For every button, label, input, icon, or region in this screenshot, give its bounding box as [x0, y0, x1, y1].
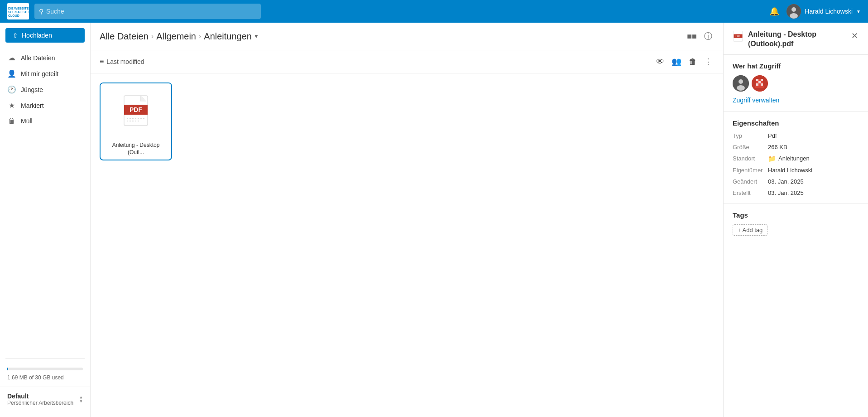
sort-icon: ≡	[100, 58, 104, 66]
prop-label-standort: Standort	[733, 155, 764, 162]
file-card-name: Anleitung - Desktop (Outl...	[101, 138, 171, 160]
prop-row-typ: Typ Pdf	[733, 132, 859, 139]
search-bar[interactable]: ⚲	[34, 4, 261, 19]
access-user-1-icon	[733, 75, 749, 92]
info-button[interactable]: ⓘ	[702, 29, 714, 44]
prop-value-groesse: 266 KB	[768, 144, 787, 150]
user-menu[interactable]: Harald Lichowski ▼	[786, 4, 861, 19]
svg-rect-28	[761, 83, 763, 86]
workspace-header[interactable]: Default Persönlicher Arbeitsbereich ▲ ▼	[7, 393, 83, 406]
folder-icon: 📁	[768, 155, 776, 162]
svg-rect-27	[758, 83, 761, 86]
breadcrumb-separator-1: ›	[151, 32, 153, 40]
panel-header: PDF Anleitung - Desktop (Outlook).pdf ✕	[724, 23, 868, 55]
svg-text:PDF: PDF	[736, 34, 741, 37]
eye-button[interactable]: 👁	[654, 55, 666, 68]
search-icon: ⚲	[39, 8, 43, 15]
workspace-sub: Persönlicher Arbeitsbereich	[7, 400, 73, 406]
sidebar-item-all-files[interactable]: ☁ Alle Dateien	[0, 50, 90, 66]
svg-rect-21	[758, 79, 761, 81]
person-icon: 👤	[7, 69, 16, 78]
panel-pdf-icon: PDF	[733, 31, 743, 44]
prop-value-eigentuemer: Harald Lichowski	[768, 167, 812, 174]
panel-properties-title: Eigenschaften	[733, 119, 859, 127]
pdf-icon-wrap: PDF	[122, 95, 149, 126]
access-avatar-2	[752, 75, 768, 92]
svg-text:PDF: PDF	[129, 106, 142, 113]
prop-label-geaendert: Geändert	[733, 178, 764, 185]
svg-rect-29	[755, 86, 764, 88]
eye-icon: 👁	[656, 57, 664, 66]
user-avatar-icon	[786, 4, 801, 19]
sidebar-item-recent[interactable]: 🕐 Jüngste	[0, 82, 90, 97]
panel-title-area: PDF Anleitung - Desktop (Outlook).pdf	[733, 30, 850, 49]
user-menu-chevron-down-icon: ▼	[856, 9, 861, 14]
upload-button-label: Hochladen	[22, 32, 52, 39]
prop-label-eigentuemer: Eigentümer	[733, 167, 764, 174]
upload-button[interactable]: ⇧ Hochladen	[5, 28, 85, 43]
prop-value-erstellt: 03. Jan. 2025	[768, 189, 804, 196]
storage-bar-fill	[7, 368, 8, 370]
file-toolbar: ≡ Last modified 👁 👥 🗑 ⋮	[91, 50, 723, 73]
cloud-icon: ☁	[7, 53, 16, 62]
file-card[interactable]: PDF Anleitung - Desktop (Outl...	[100, 82, 172, 160]
breadcrumb-bar: Alle Dateien › Allgemein › Anleitungen ▼…	[91, 23, 723, 50]
sidebar-footer[interactable]: Default Persönlicher Arbeitsbereich ▲ ▼	[0, 387, 90, 412]
prop-value-geaendert: 03. Jan. 2025	[768, 178, 804, 185]
svg-text:DIE WEBSITE: DIE WEBSITE	[8, 7, 29, 10]
svg-text:SPEZIALISTEN: SPEZIALISTEN	[8, 10, 29, 14]
file-actions: 👁 👥 🗑 ⋮	[654, 55, 714, 68]
breadcrumb-item-anleitungen[interactable]: Anleitungen ▼	[204, 31, 259, 42]
svg-point-17	[739, 79, 743, 84]
panel-filename: Anleitung - Desktop (Outlook).pdf	[748, 30, 850, 49]
sidebar-item-trash[interactable]: 🗑 Müll	[0, 113, 90, 129]
breadcrumb-dropdown-icon: ▼	[254, 33, 259, 39]
logo-icon: DIE WEBSITE SPEZIALISTEN CLOUD	[7, 3, 29, 19]
breadcrumb: Alle Dateien › Allgemein › Anleitungen ▼	[100, 31, 259, 42]
breadcrumb-last-label: Anleitungen	[204, 31, 252, 42]
prop-row-groesse: Größe 266 KB	[733, 144, 859, 150]
svg-text:CLOUD: CLOUD	[8, 14, 19, 17]
breadcrumb-separator-2: ›	[199, 32, 201, 40]
sidebar-item-shared-label: Mit mir geteilt	[21, 70, 58, 78]
add-tag-label: + Add tag	[738, 227, 762, 233]
tags-section: Tags + Add tag	[724, 204, 868, 243]
file-grid-area: PDF Anleitung - Desktop (Outl...	[91, 73, 723, 417]
topnav: DIE WEBSITE SPEZIALISTEN CLOUD ⚲ 🔔 Haral…	[0, 0, 868, 23]
search-input[interactable]	[46, 8, 256, 15]
prop-row-erstellt: Erstellt 03. Jan. 2025	[733, 189, 859, 196]
notification-bell-icon[interactable]: 🔔	[769, 6, 779, 16]
panel-access-section: Wer hat Zugriff	[724, 55, 868, 112]
sidebar-item-favorites[interactable]: ★ Markiert	[0, 97, 90, 113]
trash-icon: 🗑	[7, 117, 16, 125]
grid-view-button[interactable]: ■■	[685, 30, 699, 43]
breadcrumb-item-all-files[interactable]: Alle Dateien	[100, 31, 149, 42]
upload-icon: ⇧	[13, 32, 18, 39]
more-icon: ⋮	[704, 57, 712, 66]
manage-access-link[interactable]: Zugriff verwalten	[733, 97, 779, 104]
storage-area: 1,69 MB of 30 GB used	[0, 362, 90, 387]
logo-area: DIE WEBSITE SPEZIALISTEN CLOUD	[7, 3, 29, 19]
prop-label-erstellt: Erstellt	[733, 189, 764, 196]
access-avatars	[733, 75, 859, 92]
pdf-file-icon: PDF	[122, 95, 149, 126]
panel-access-title: Wer hat Zugriff	[733, 62, 859, 70]
sidebar-item-shared[interactable]: 👤 Mit mir geteilt	[0, 66, 90, 82]
breadcrumb-item-allgemein[interactable]: Allgemein	[156, 31, 196, 42]
delete-button[interactable]: 🗑	[687, 55, 699, 68]
more-options-button[interactable]: ⋮	[702, 55, 714, 68]
sidebar-item-recent-label: Jüngste	[21, 86, 43, 93]
standort-value-text: Anleitungen	[778, 155, 810, 162]
panel-close-button[interactable]: ✕	[850, 30, 859, 42]
prop-row-geaendert: Geändert 03. Jan. 2025	[733, 178, 859, 185]
add-tag-button[interactable]: + Add tag	[733, 224, 767, 236]
svg-rect-26	[756, 83, 758, 86]
user-name-label: Harald Lichowski	[805, 8, 853, 15]
topbar-actions: ■■ ⓘ	[685, 29, 714, 44]
svg-point-6	[790, 13, 798, 19]
file-card-thumbnail: PDF	[101, 83, 171, 138]
workspace-info: Default Persönlicher Arbeitsbereich	[7, 393, 73, 406]
access-avatar-1	[733, 75, 749, 92]
sort-control[interactable]: ≡ Last modified	[100, 58, 144, 66]
share-button[interactable]: 👥	[670, 55, 683, 68]
